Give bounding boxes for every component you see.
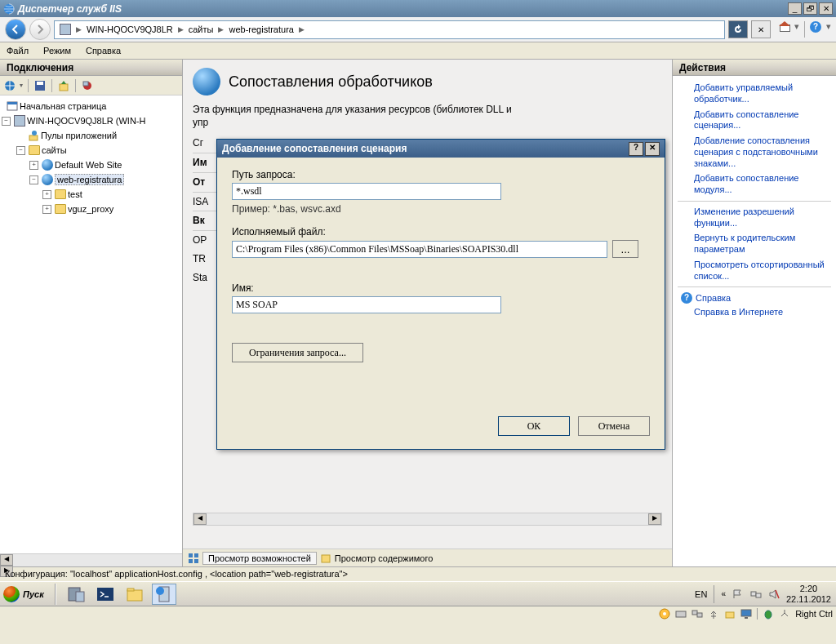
server-icon bbox=[14, 115, 25, 127]
tray-expand-icon[interactable]: « bbox=[721, 589, 726, 598]
vm-disc-icon[interactable] bbox=[659, 608, 670, 620]
server-icon bbox=[60, 24, 71, 35]
task-server-manager[interactable] bbox=[64, 584, 88, 605]
vm-keyboard-icon[interactable] bbox=[779, 608, 790, 620]
save-icon[interactable] bbox=[33, 79, 47, 92]
request-path-input[interactable] bbox=[232, 183, 501, 200]
task-powershell[interactable] bbox=[93, 584, 118, 605]
close-button[interactable]: ✕ bbox=[819, 2, 833, 15]
svg-rect-28 bbox=[676, 611, 686, 617]
lang-indicator[interactable]: EN bbox=[695, 589, 707, 599]
svg-rect-14 bbox=[194, 559, 198, 563]
expand-icon[interactable]: + bbox=[42, 190, 51, 199]
vm-usb-icon[interactable] bbox=[708, 608, 719, 620]
vm-shared-icon[interactable] bbox=[724, 608, 736, 620]
chevron-right-icon: ▶ bbox=[76, 25, 82, 33]
connect-icon[interactable] bbox=[3, 79, 16, 92]
action-help[interactable]: ? Справка bbox=[676, 291, 833, 305]
cancel-button[interactable]: Отмена bbox=[578, 416, 650, 436]
scroll-left-icon[interactable]: ◀ bbox=[0, 554, 13, 566]
minimize-button[interactable]: _ bbox=[788, 2, 802, 15]
task-explorer[interactable] bbox=[122, 584, 147, 605]
chevron-right-icon: ▶ bbox=[178, 25, 184, 33]
dialog-help-button[interactable]: ? bbox=[629, 142, 643, 156]
menu-mode[interactable]: Режим bbox=[43, 46, 71, 56]
center-scrollbar[interactable]: ◀ ▶ bbox=[193, 513, 662, 526]
nav-forward-button[interactable] bbox=[29, 19, 51, 40]
action-add-wildcard[interactable]: Добавление сопоставления сценария с подс… bbox=[676, 134, 833, 171]
svg-rect-30 bbox=[697, 613, 702, 617]
tree-scrollbar[interactable]: ◀ ▶ bbox=[0, 553, 182, 566]
collapse-icon[interactable]: − bbox=[16, 146, 25, 155]
tree-app-pools[interactable]: Пулы приложений bbox=[2, 128, 180, 143]
tree-vguz-proxy[interactable]: + vguz_proxy bbox=[2, 202, 180, 216]
task-iis-manager[interactable] bbox=[152, 584, 176, 605]
view-content-tab[interactable]: Просмотр содержимого bbox=[335, 553, 434, 563]
request-restrictions-button[interactable]: Ограничения запроса... bbox=[232, 343, 363, 362]
tree-test[interactable]: + test bbox=[2, 187, 180, 202]
action-add-managed[interactable]: Добавить управляемый обработчик... bbox=[676, 81, 833, 107]
svg-rect-4 bbox=[60, 84, 68, 91]
breadcrumb-host[interactable]: WIN-HQOCV9QJ8LR bbox=[87, 24, 173, 34]
stop-server-icon[interactable] bbox=[81, 79, 94, 92]
svg-rect-20 bbox=[127, 588, 134, 591]
view-features-tab[interactable]: Просмотр возможностей bbox=[202, 552, 317, 565]
action-edit-permissions[interactable]: Изменение разрешений функции... bbox=[676, 205, 833, 231]
action-add-script[interactable]: Добавить сопоставление сценария... bbox=[676, 108, 833, 134]
connections-tree[interactable]: Начальная страница − WIN-HQOCV9QJ8LR (WI… bbox=[0, 95, 182, 553]
dropdown-icon[interactable]: ▾ bbox=[20, 82, 23, 89]
vm-network-icon[interactable] bbox=[691, 608, 703, 620]
menu-help[interactable]: Справка bbox=[86, 46, 121, 56]
scroll-left-icon[interactable]: ◀ bbox=[193, 513, 207, 525]
expand-icon[interactable]: + bbox=[29, 161, 38, 170]
help-icon[interactable]: ? bbox=[810, 21, 821, 33]
vm-display-icon[interactable] bbox=[740, 608, 752, 620]
help-icon: ? bbox=[681, 292, 692, 304]
expand-icon[interactable]: + bbox=[42, 205, 51, 214]
name-input[interactable] bbox=[232, 296, 501, 313]
nav-back-button[interactable] bbox=[5, 19, 26, 40]
home-icon[interactable] bbox=[779, 21, 789, 32]
breadcrumb-site[interactable]: web-registratura bbox=[229, 24, 293, 34]
action-view-sorted[interactable]: Просмотреть отсортированный список... bbox=[676, 258, 833, 284]
vm-hdd-icon[interactable] bbox=[675, 608, 687, 620]
volume-icon[interactable] bbox=[768, 588, 780, 600]
clock[interactable]: 2:20 22.11.2012 bbox=[786, 584, 831, 603]
app-pools-icon bbox=[28, 130, 39, 141]
executable-input[interactable] bbox=[232, 241, 607, 258]
address-bar[interactable]: ▶ WIN-HQOCV9QJ8LR ▶ сайты ▶ web-registra… bbox=[54, 20, 725, 39]
tree-web-registratura[interactable]: − web-registratura bbox=[2, 172, 180, 187]
breadcrumb-sites[interactable]: сайты bbox=[189, 24, 214, 34]
browse-button[interactable]: ... bbox=[612, 240, 638, 258]
dialog-close-button[interactable]: ✕ bbox=[645, 142, 660, 156]
vm-mouse-icon[interactable] bbox=[763, 608, 774, 620]
stop-button[interactable]: ✕ bbox=[751, 20, 771, 38]
tree-default-site[interactable]: + Default Web Site bbox=[2, 158, 180, 172]
refresh-icon bbox=[732, 24, 744, 35]
start-button[interactable]: Пуск bbox=[0, 583, 52, 606]
menu-file[interactable]: Файл bbox=[7, 46, 29, 56]
collapse-icon[interactable]: − bbox=[2, 117, 11, 126]
actions-header: Действия bbox=[673, 60, 836, 76]
dropdown-icon[interactable]: ▾ bbox=[794, 21, 799, 38]
svg-rect-19 bbox=[127, 590, 142, 601]
ok-button[interactable]: ОК bbox=[498, 416, 570, 436]
scroll-right-icon[interactable]: ▶ bbox=[648, 513, 661, 525]
collapse-icon[interactable]: − bbox=[29, 175, 38, 184]
action-add-module[interactable]: Добавить сопоставление модуля... bbox=[676, 171, 833, 198]
tree-start-page[interactable]: Начальная страница bbox=[2, 99, 180, 113]
network-icon[interactable] bbox=[750, 588, 762, 600]
up-icon[interactable] bbox=[57, 79, 70, 92]
action-help-online[interactable]: Справка в Интернете bbox=[676, 305, 833, 320]
refresh-button[interactable] bbox=[728, 20, 748, 38]
view-switcher: Просмотр возможностей Просмотр содержимо… bbox=[183, 549, 672, 566]
vm-host-key: Right Ctrl bbox=[795, 609, 833, 619]
flag-icon[interactable] bbox=[732, 588, 744, 600]
restore-button[interactable]: 🗗 bbox=[803, 2, 817, 15]
action-revert-parent[interactable]: Вернуть к родительским параметрам bbox=[676, 231, 833, 257]
connections-toolbar: ▾ bbox=[0, 76, 182, 95]
tree-server[interactable]: − WIN-HQOCV9QJ8LR (WIN-H bbox=[2, 113, 180, 128]
dropdown-icon[interactable]: ▾ bbox=[826, 21, 831, 38]
connections-panel: Подключения ▾ Начальная страница − WIN-H… bbox=[0, 60, 183, 566]
tree-sites[interactable]: − сайты bbox=[2, 143, 180, 158]
